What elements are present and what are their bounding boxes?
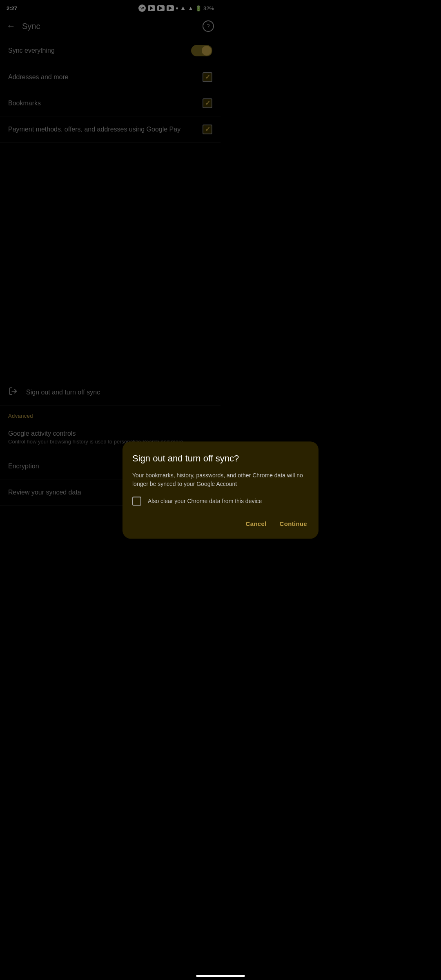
- dialog-overlay: [0, 0, 220, 506]
- clear-data-label: Also clear your Chrome data from this de…: [148, 498, 220, 504]
- dialog-body: Your bookmarks, history, passwords, and …: [132, 471, 220, 488]
- dialog-checkbox-row[interactable]: Also clear your Chrome data from this de…: [132, 497, 220, 506]
- sign-out-dialog: Sign out and turn off sync? Your bookmar…: [122, 441, 220, 506]
- dialog-title: Sign out and turn off sync?: [132, 453, 220, 465]
- clear-data-checkbox[interactable]: [132, 497, 141, 506]
